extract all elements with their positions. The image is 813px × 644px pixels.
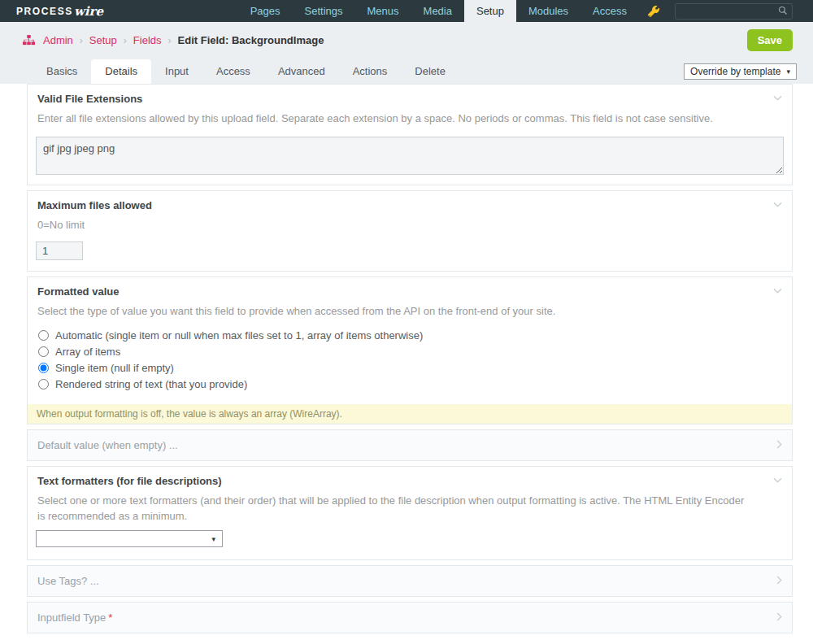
section-title[interactable]: Use Tags? ... [28, 566, 792, 596]
breadcrumb-link-admin[interactable]: Admin [43, 34, 73, 46]
section-formatted-value: Formatted value Select the type of value… [27, 276, 793, 424]
search-icon [778, 6, 788, 15]
section-description: Enter all file extensions allowed by thi… [28, 105, 792, 127]
breadcrumb-link-setup[interactable]: Setup [89, 34, 117, 46]
collapse-chevron-icon[interactable] [773, 476, 782, 483]
save-button-top[interactable]: Save [747, 29, 793, 51]
section-inputfield-type[interactable]: Inputfield Type* [27, 602, 793, 633]
output-formatting-notice: When output formatting is off, the value… [28, 404, 792, 424]
logo-text-process: PROCESS [16, 6, 73, 17]
search-input[interactable] [675, 3, 793, 20]
nav-item-setup[interactable]: Setup [464, 0, 516, 22]
radio-input[interactable] [38, 363, 49, 373]
expand-chevron-icon[interactable] [776, 612, 782, 621]
expand-chevron-icon[interactable] [776, 576, 782, 585]
page-title: Edit Field: BackgroundImage [178, 34, 324, 46]
expand-chevron-icon[interactable] [776, 440, 782, 449]
nav-item-media[interactable]: Media [411, 0, 464, 22]
logo-text-wire: wire [74, 4, 103, 19]
section-description: Select one or more text formatters (and … [28, 487, 763, 524]
nav-item-modules[interactable]: Modules [516, 0, 580, 22]
section-default-value[interactable]: Default value (when empty) ... [27, 429, 793, 461]
processwire-logo[interactable]: PROCESS wire [0, 0, 103, 22]
section-title: Maximum files allowed [28, 191, 792, 211]
collapse-chevron-icon[interactable] [773, 94, 782, 101]
section-title: Text formatters (for file descriptions) [28, 467, 792, 487]
section-use-tags[interactable]: Use Tags? ... [27, 565, 793, 597]
section-valid-file-extensions: Valid File Extensions Enter all file ext… [27, 84, 793, 185]
required-asterisk: * [108, 611, 112, 624]
nav-item-settings[interactable]: Settings [293, 0, 355, 22]
breadcrumb: Admin Setup Fields Edit Field: Backgroun… [0, 22, 813, 59]
section-title[interactable]: Default value (when empty) ... [28, 430, 792, 460]
section-description: 0=No limit [28, 211, 792, 233]
section-maximum-files: Maximum files allowed 0=No limit [27, 190, 793, 272]
section-title: Valid File Extensions [28, 85, 792, 105]
top-navbar: PROCESS wire Pages Settings Menus Media … [0, 0, 813, 22]
collapse-chevron-icon[interactable] [773, 201, 782, 207]
radio-input[interactable] [38, 330, 49, 341]
tab-actions[interactable]: Actions [339, 59, 402, 84]
tab-input[interactable]: Input [151, 59, 202, 84]
nav-item-menus[interactable]: Menus [355, 0, 411, 22]
tab-access[interactable]: Access [202, 59, 264, 84]
breadcrumb-separator [168, 35, 172, 46]
extensions-textarea[interactable]: gif jpg jpeg png [36, 137, 784, 175]
field-edit-form: Valid File Extensions Enter all file ext… [0, 84, 813, 633]
radio-option-single-item[interactable]: Single item (null if empty) [37, 362, 782, 374]
text-formatters-select[interactable]: ▾ [36, 530, 223, 547]
tab-advanced[interactable]: Advanced [264, 59, 339, 84]
radio-input[interactable] [38, 379, 49, 389]
tab-details[interactable]: Details [91, 59, 151, 84]
radio-option-array-of-items[interactable]: Array of items [37, 346, 782, 358]
chevron-down-icon: ▾ [786, 67, 790, 76]
collapse-chevron-icon[interactable] [773, 287, 782, 294]
breadcrumb-link-fields[interactable]: Fields [133, 34, 162, 46]
breadcrumb-separator [124, 35, 127, 46]
chevron-down-icon: ▾ [211, 535, 215, 543]
section-title[interactable]: Inputfield Type* [28, 603, 792, 633]
sitemap-icon[interactable] [23, 35, 35, 46]
tab-basics[interactable]: Basics [33, 59, 91, 84]
tab-delete[interactable]: Delete [401, 59, 459, 84]
max-files-input[interactable] [36, 242, 83, 260]
section-description: Select the type of value you want this f… [28, 298, 792, 320]
breadcrumb-separator [80, 35, 83, 46]
wrench-icon[interactable] [639, 0, 668, 22]
section-title: Formatted value [28, 277, 792, 298]
section-text-formatters: Text formatters (for file descriptions) … [27, 466, 793, 561]
nav-item-pages[interactable]: Pages [238, 0, 293, 22]
override-by-template-select[interactable]: Override by template ▾ [684, 63, 797, 80]
radio-input[interactable] [38, 346, 49, 357]
field-edit-tabs: Basics Details Input Access Advanced Act… [0, 59, 813, 84]
radio-option-automatic[interactable]: Automatic (single item or null when max … [37, 329, 782, 342]
nav-item-access[interactable]: Access [580, 0, 639, 22]
formatted-value-options: Automatic (single item or null when max … [28, 320, 792, 398]
radio-option-rendered-string[interactable]: Rendered string of text (that you provid… [37, 378, 782, 390]
